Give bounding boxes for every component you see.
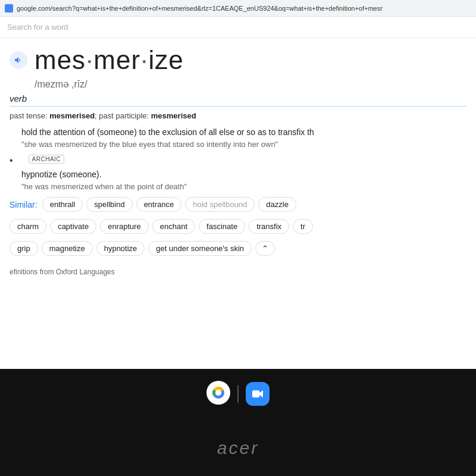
word-part1: mes xyxy=(35,45,86,74)
example-1-text: "she was mesmerized by the blue eyes tha… xyxy=(21,140,466,149)
acer-brand: acer xyxy=(217,438,259,458)
svg-point-2 xyxy=(215,390,221,396)
similar-label: Similar: xyxy=(10,200,37,209)
url-text: google.com/search?q=what+is+the+definiti… xyxy=(17,5,383,12)
chip-spellbind[interactable]: spellbind xyxy=(86,197,132,212)
source-line: efinitions from Oxford Languages xyxy=(10,268,466,281)
similar-row-1: Similar: enthrall spellbind entrance hol… xyxy=(10,197,296,212)
chip-captivate[interactable]: captivate xyxy=(50,219,96,234)
search-bar[interactable]: Search for a word xyxy=(0,17,476,38)
definition-2-text: hypnotize (someone). xyxy=(21,168,466,181)
taskbar-divider xyxy=(237,385,239,403)
definition-2-block: • ARCHAIC hypnotize (someone). "he was m… xyxy=(10,155,466,191)
tense-line: past tense: mesmerised; past participle:… xyxy=(10,111,466,120)
tense-val2: mesmerised xyxy=(151,111,196,120)
example-2-text: "he was mesmerized when at the point of … xyxy=(21,182,466,191)
word-part3: ize xyxy=(148,45,183,74)
dictionary-content: mes·mer·ize /mezmə ˌrīz/ verb past tense… xyxy=(0,38,476,288)
acer-text: acer xyxy=(217,438,259,458)
zoom-icon[interactable] xyxy=(246,382,270,406)
chip-hold-spellbound: hold spellbound xyxy=(185,197,255,212)
tense-sep: ; past participle: xyxy=(95,111,151,120)
bezel-area: acer xyxy=(0,369,476,476)
divider xyxy=(10,106,466,107)
word-header: mes·mer·ize xyxy=(10,45,466,75)
word-part2: mer xyxy=(93,45,140,74)
similar-row-3: grip magnetize hypnotize get under someo… xyxy=(10,241,275,256)
search-placeholder: Search for a word xyxy=(7,23,68,32)
svg-rect-3 xyxy=(252,390,259,397)
tense-label1: past tense: xyxy=(10,111,49,120)
bullet-icon: • xyxy=(10,155,13,166)
chip-tr[interactable]: tr xyxy=(293,219,313,234)
chrome-icon[interactable] xyxy=(206,381,230,407)
tense-val1: mesmerised xyxy=(49,111,95,120)
similar-section: Similar: enthrall spellbind entrance hol… xyxy=(10,197,466,259)
url-bar[interactable]: google.com/search?q=what+is+the+definiti… xyxy=(0,0,476,17)
chip-get-under-skin[interactable]: get under someone's skin xyxy=(148,241,252,256)
screen: google.com/search?q=what+is+the+definiti… xyxy=(0,0,476,476)
word-title: mes·mer·ize xyxy=(35,45,184,75)
chip-entrance[interactable]: entrance xyxy=(136,197,182,212)
chip-magnetize[interactable]: magnetize xyxy=(42,241,93,256)
chip-charm[interactable]: charm xyxy=(10,219,46,234)
chip-enchant[interactable]: enchant xyxy=(152,219,195,234)
chip-dazzle[interactable]: dazzle xyxy=(258,197,296,212)
chip-enrapture[interactable]: enrapture xyxy=(100,219,149,234)
chip-enthrall[interactable]: enthrall xyxy=(42,197,83,212)
collapse-button[interactable]: ⌃ xyxy=(255,241,275,256)
svg-marker-4 xyxy=(259,390,263,397)
archaic-badge: ARCHAIC xyxy=(29,155,65,164)
chip-transfix[interactable]: transfix xyxy=(249,219,289,234)
chip-fascinate[interactable]: fascinate xyxy=(199,219,245,234)
pronunciation: /mezmə ˌrīz/ xyxy=(35,79,466,90)
definition-1-text: hold the attention of (someone) to the e… xyxy=(21,126,466,139)
similar-row-2: charm captivate enrapture enchant fascin… xyxy=(10,219,313,234)
taskbar-icons xyxy=(206,381,270,407)
browser-window: google.com/search?q=what+is+the+definiti… xyxy=(0,0,476,369)
definition-1-block: hold the attention of (someone) to the e… xyxy=(10,126,466,149)
chip-hypnotize[interactable]: hypnotize xyxy=(96,241,145,256)
part-of-speech: verb xyxy=(10,93,466,104)
chip-grip[interactable]: grip xyxy=(10,241,38,256)
favicon-icon xyxy=(5,4,13,12)
speaker-button[interactable] xyxy=(10,51,27,69)
